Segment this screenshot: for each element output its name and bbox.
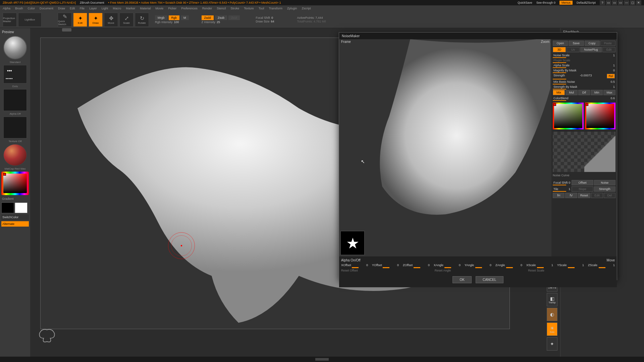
strength2-button[interactable]: Strength xyxy=(594,186,615,192)
xoffset-slider[interactable]: XOffset0 xyxy=(341,263,368,267)
menu-stroke[interactable]: Stroke xyxy=(230,7,239,10)
reset-angle-button[interactable]: Reset Angle xyxy=(435,269,522,272)
grip-handle[interactable] xyxy=(315,358,329,361)
texture-thumbnail[interactable] xyxy=(3,117,27,138)
menu-texture[interactable]: Texture xyxy=(244,7,254,10)
uv-button[interactable]: Uv xyxy=(567,47,580,52)
yoffset-slider[interactable]: YOffset0 xyxy=(372,263,399,267)
rel-button[interactable]: Rel xyxy=(607,74,615,78)
mul-button[interactable]: Mul xyxy=(566,90,578,95)
menu-draw[interactable]: Draw xyxy=(58,7,65,10)
zoffset-slider[interactable]: ZOffset0 xyxy=(403,263,430,267)
menu-layer[interactable]: Layer xyxy=(89,7,97,10)
menu-file[interactable]: File xyxy=(80,7,85,10)
copy-button[interactable]: Copy xyxy=(585,41,600,46)
zcut-button[interactable]: Zcut xyxy=(228,15,240,20)
menu-tool[interactable]: Tool xyxy=(259,7,264,10)
win-btn-1[interactable]: ▭ xyxy=(606,0,611,5)
ghost-button[interactable]: ◐ xyxy=(547,308,557,321)
offset-button[interactable]: Offset xyxy=(572,180,593,185)
save-button[interactable]: Save xyxy=(569,41,584,46)
close-icon[interactable]: ✕ xyxy=(636,0,641,5)
fh-button[interactable]: fH xyxy=(553,193,565,198)
strength-mask-slider[interactable]: Strength By Mask1 xyxy=(553,85,615,89)
noise-preview[interactable]: Frame Zoom ★ xyxy=(339,39,551,256)
menu-stencil[interactable]: Stencil xyxy=(217,7,226,10)
menu-zplugin[interactable]: Zplugin xyxy=(287,7,297,10)
open-button[interactable]: Open xyxy=(553,41,568,46)
noise-scale-slider[interactable]: Noise Scale1 xyxy=(553,53,615,57)
solo-button[interactable]: ☀Solo xyxy=(547,322,557,336)
alpha-thumbnail[interactable] xyxy=(3,89,27,111)
del-button[interactable]: Del xyxy=(604,193,615,198)
focal-shift-slider[interactable]: Focal Shift 0 xyxy=(553,181,571,185)
noise-button[interactable]: Noise xyxy=(594,180,615,185)
menu-picker[interactable]: Picker xyxy=(168,7,176,10)
alpha-thumbnail[interactable]: ★ xyxy=(340,231,365,255)
noisemaker-title[interactable]: NoiseMaker xyxy=(339,33,617,39)
minimize-icon[interactable]: — xyxy=(624,0,629,5)
move-button[interactable]: ✥Move xyxy=(104,13,118,27)
stroke-thumbnail[interactable] xyxy=(3,65,27,83)
rgb-button[interactable]: Rgb xyxy=(169,15,180,20)
zsub-button[interactable]: Zsub xyxy=(215,15,227,20)
switchcolor-button[interactable]: SwitchColor xyxy=(1,215,29,220)
primary-color[interactable] xyxy=(15,202,28,213)
color-picker-1[interactable] xyxy=(553,103,584,129)
menu-light[interactable]: Light xyxy=(102,7,108,10)
color-picker-2[interactable] xyxy=(585,103,616,129)
draw-button[interactable]: ✦Draw xyxy=(89,13,103,27)
m-button[interactable]: M xyxy=(181,15,189,20)
menu-material[interactable]: Material xyxy=(140,7,151,10)
reset-button[interactable]: Reset xyxy=(578,193,591,198)
menu-edit[interactable]: Edit xyxy=(70,7,75,10)
min-button[interactable]: Min xyxy=(591,90,603,95)
max-button[interactable]: Max xyxy=(603,90,615,95)
reset-scale-button[interactable]: Reset Scale xyxy=(528,269,615,272)
transp-button[interactable]: ◧Transp xyxy=(547,293,557,306)
rotate-button[interactable]: ↻Rotate xyxy=(135,13,149,27)
ok-button[interactable]: OK xyxy=(452,276,471,283)
alpha-onoff-label[interactable]: Alpha On/Off xyxy=(341,258,361,262)
dif-button[interactable]: Dif xyxy=(578,90,590,95)
yscale-slider[interactable]: YScale1 xyxy=(557,263,584,267)
xpose-button[interactable]: ✦ xyxy=(547,337,557,351)
brush-thumbnail[interactable] xyxy=(3,36,27,59)
projection-master-button[interactable]: Projection Master xyxy=(3,13,17,27)
tile-slider[interactable]: Tile 1 xyxy=(553,187,571,191)
help-icon[interactable]: ? xyxy=(600,0,605,5)
xscale-slider[interactable]: XScale1 xyxy=(526,263,553,267)
menu-macro[interactable]: Macro xyxy=(113,7,121,10)
default-script[interactable]: DefaultZScript xyxy=(577,1,596,4)
mix-button[interactable]: Mix xyxy=(553,90,565,95)
edit-button[interactable]: ✦Edit xyxy=(73,13,87,27)
menus-button[interactable]: Menus xyxy=(559,1,573,5)
secondary-color[interactable] xyxy=(1,202,14,213)
menu-brush[interactable]: Brush xyxy=(15,7,23,10)
material-thumbnail[interactable] xyxy=(3,144,27,166)
divider-handle[interactable] xyxy=(62,28,71,32)
color-picker[interactable] xyxy=(1,172,29,195)
scale-button[interactable]: ⤢Scale xyxy=(119,13,133,27)
slope-button[interactable]: Slope xyxy=(572,186,593,192)
alternate-button[interactable]: Alternate xyxy=(1,221,29,227)
reset-offset-button[interactable]: Reset Offset xyxy=(341,269,428,272)
mix-basic-slider[interactable]: Mix Basic Noise0.5 xyxy=(553,80,615,84)
edit2-button[interactable]: Edit xyxy=(591,193,603,198)
quicksketch-button[interactable]: ✎Quick Sketch xyxy=(58,13,72,27)
win-btn-3[interactable]: ▭ xyxy=(618,0,623,5)
menu-zscript[interactable]: Zscript xyxy=(302,7,311,10)
menu-color[interactable]: Color xyxy=(28,7,35,10)
mrgb-button[interactable]: Mrgb xyxy=(155,15,167,20)
menu-marker[interactable]: Marker xyxy=(126,7,135,10)
fv-button[interactable]: fV xyxy=(565,193,577,198)
zscale-slider[interactable]: ZScale1 xyxy=(588,263,615,267)
noise-curve-graph[interactable] xyxy=(553,132,615,172)
alpha-scale-slider[interactable]: Alpha Scale1 xyxy=(553,63,615,67)
magnify-slider[interactable]: Magnify By Mask0 xyxy=(553,68,615,72)
noiseplug-button[interactable]: NoisePlug xyxy=(580,47,602,52)
menu-movie[interactable]: Movie xyxy=(155,7,163,10)
move-label[interactable]: Move xyxy=(607,258,615,262)
menu-document[interactable]: Document xyxy=(40,7,53,10)
colorblend-slider[interactable]: ColorBlend0.6 xyxy=(553,96,615,100)
